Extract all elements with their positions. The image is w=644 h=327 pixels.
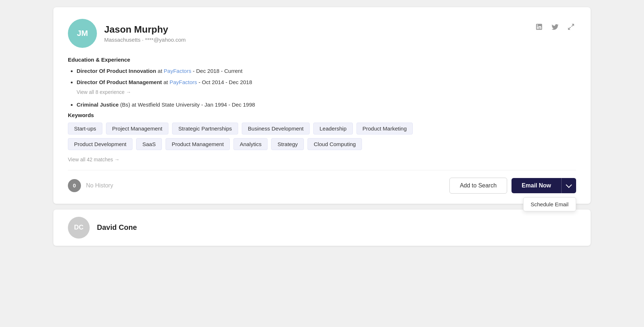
company-link-1[interactable]: PayFactors [164,68,191,74]
schedule-email-label: Schedule Email [531,201,568,207]
profile-meta: Massachusetts · ****@yahoo.com [104,37,186,43]
profile-info: Jason Murphy Massachusetts · ****@yahoo.… [104,24,186,43]
second-profile-name: David Cone [97,223,137,232]
experience-item-2: Director Of Product Management at PayFac… [77,78,576,87]
email-dropdown-button[interactable] [561,178,576,193]
keyword-tag: Strategic Partnerships [172,123,238,134]
keyword-tag: Product Marketing [356,123,413,134]
card-header: JM Jason Murphy Massachusetts · ****@yah… [68,19,576,48]
social-icons [534,19,576,32]
linkedin-icon[interactable] [534,22,544,32]
keyword-tag: Start-ups [68,123,102,134]
keyword-tag: Business Development [242,123,310,134]
expand-icon[interactable] [566,22,576,32]
job-title-2: Director Of Product Management [77,79,162,85]
footer-left: 0 No History [68,179,113,192]
keyword-tag: Strategy [271,138,304,150]
profile-card: JM Jason Murphy Massachusetts · ****@yah… [53,7,591,204]
view-all-experience-link[interactable]: View all 8 experience → [77,89,576,95]
profile-name: Jason Murphy [104,24,186,35]
keyword-tag: Project Management [106,123,168,134]
keyword-tag: Analytics [233,138,268,150]
email-now-group: Email Now Schedule Email [511,178,576,193]
email-now-button[interactable]: Email Now [511,178,561,193]
chevron-down-icon [566,182,572,188]
second-avatar: DC [68,217,90,239]
edu-exp-title: Education & Experience [68,57,576,63]
keyword-tag: Leadership [313,123,352,134]
keyword-tag: Cloud Computing [307,138,362,150]
education-list: Criminal Justice (Bs) at Westfield State… [68,101,576,109]
keywords-title: Keywords [68,112,576,118]
company-link-2[interactable]: PayFactors [170,79,197,85]
no-history-label: No History [86,182,113,189]
footer-right: Add to Search Email Now Schedule Email [449,178,576,194]
twitter-icon[interactable] [550,22,560,32]
keyword-tag: Product Management [166,138,230,150]
keyword-tag: SaaS [136,138,162,150]
schedule-email-dropdown[interactable]: Schedule Email [523,197,576,211]
experience-list: Director Of Product Innovation at PayFac… [68,67,576,86]
job-title-1: Director Of Product Innovation [77,68,156,74]
card-footer: 0 No History Add to Search Email Now Sch… [68,170,576,194]
education-item-1: Criminal Justice (Bs) at Westfield State… [77,101,576,109]
keywords-row-1: Start-ups Project Management Strategic P… [68,123,576,134]
keyword-tag: Product Development [68,138,133,150]
card-header-left: JM Jason Murphy Massachusetts · ****@yah… [68,19,186,48]
avatar: JM [68,19,97,48]
second-profile-card: DC David Cone [53,210,591,246]
keywords-row-2: Product Development SaaS Product Managem… [68,138,576,150]
experience-item-1: Director Of Product Innovation at PayFac… [77,67,576,75]
history-badge: 0 [68,179,81,192]
degree-title: Criminal Justice [77,102,119,108]
add-to-search-button[interactable]: Add to Search [449,178,507,194]
keywords-section: Keywords Start-ups Project Management St… [68,112,576,163]
view-matches-link[interactable]: View all 42 matches → [68,157,119,162]
